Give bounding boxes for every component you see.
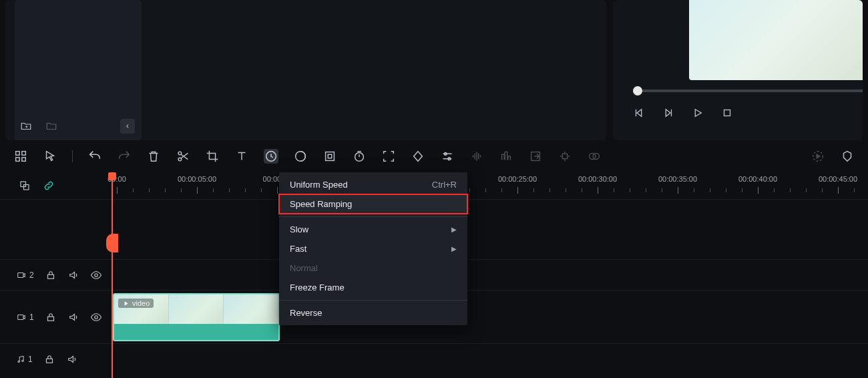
lock-icon[interactable] <box>43 353 55 365</box>
svg-rect-14 <box>562 154 567 158</box>
svg-rect-3 <box>16 158 20 162</box>
speed-button[interactable] <box>264 149 278 164</box>
tracking-button <box>558 149 572 164</box>
submenu-arrow-icon: ▶ <box>451 245 457 252</box>
svg-rect-28 <box>46 359 52 363</box>
play-button[interactable] <box>692 107 704 119</box>
transform-button <box>528 149 543 164</box>
timeline-toolbar <box>0 140 868 172</box>
track-icon-video: 2 <box>16 270 34 280</box>
track-number: 1 <box>29 313 34 322</box>
video-clip[interactable]: video <box>113 293 280 341</box>
svg-rect-0 <box>724 110 730 116</box>
render-button[interactable] <box>811 149 825 164</box>
svg-point-26 <box>18 361 19 362</box>
svg-rect-4 <box>22 158 26 162</box>
svg-rect-1 <box>16 152 20 156</box>
svg-rect-9 <box>326 152 335 161</box>
track-number: 1 <box>28 355 33 364</box>
menu-uniform-speed[interactable]: Uniform Speed Ctrl+R <box>279 175 467 194</box>
svg-rect-18 <box>21 182 26 187</box>
time-label: 00:00:45:00 <box>819 175 857 183</box>
mix-button <box>499 149 513 164</box>
lock-icon[interactable] <box>45 269 57 281</box>
menu-slow[interactable]: Slow ▶ <box>279 220 467 239</box>
lock-icon[interactable] <box>45 311 57 323</box>
track-audio1: 1 <box>0 343 868 374</box>
effects-button <box>587 149 602 164</box>
menu-shortcut: Ctrl+R <box>432 180 457 190</box>
folder-icon[interactable] <box>45 120 57 132</box>
time-label: 00:00:35:00 <box>658 175 697 183</box>
media-panel <box>5 0 606 140</box>
mute-icon[interactable] <box>66 353 78 365</box>
stop-button[interactable] <box>721 107 733 119</box>
svg-point-27 <box>22 360 23 361</box>
time-label: 00:00:25:00 <box>498 175 537 183</box>
delete-button[interactable] <box>146 149 161 164</box>
svg-point-5 <box>178 158 182 161</box>
collapse-panel-button[interactable] <box>120 119 135 134</box>
preview-progress-knob[interactable] <box>633 86 642 96</box>
mute-icon[interactable] <box>67 311 79 323</box>
svg-rect-2 <box>22 152 26 156</box>
svg-rect-19 <box>24 185 29 190</box>
menu-speed-ramping[interactable]: Speed Ramping <box>279 194 467 214</box>
menu-fast[interactable]: Fast ▶ <box>279 239 467 258</box>
submenu-arrow-icon: ▶ <box>451 226 457 233</box>
menu-reverse[interactable]: Reverse <box>279 303 467 323</box>
eye-icon[interactable] <box>90 311 102 323</box>
preview-progress[interactable] <box>633 89 863 92</box>
mute-icon[interactable] <box>67 269 79 281</box>
track-icon-audio: 1 <box>16 355 33 364</box>
duration-button[interactable] <box>352 149 367 164</box>
redo-button[interactable] <box>117 149 132 164</box>
next-frame-button[interactable] <box>662 107 674 119</box>
svg-rect-23 <box>18 315 23 319</box>
keyframe-button[interactable] <box>411 149 425 164</box>
color-button[interactable] <box>293 149 308 164</box>
adjust-button[interactable] <box>440 149 455 164</box>
svg-point-25 <box>94 315 97 319</box>
cursor-tool-button[interactable] <box>43 149 57 164</box>
svg-point-22 <box>94 273 97 276</box>
menu-normal: Normal <box>279 258 467 278</box>
svg-point-6 <box>178 152 182 155</box>
text-button[interactable] <box>234 149 249 164</box>
playhead[interactable] <box>112 172 113 378</box>
svg-rect-21 <box>47 274 53 278</box>
time-label: 00:00:30:00 <box>578 175 617 183</box>
eye-icon[interactable] <box>90 269 102 281</box>
preview-thumbnail <box>689 0 863 80</box>
menu-freeze-frame[interactable]: Freeze Frame <box>279 278 467 297</box>
paste-insert-icon[interactable] <box>19 180 31 192</box>
track-number: 2 <box>29 270 34 280</box>
time-label: 00:00:05:00 <box>178 175 216 183</box>
clip-label: video <box>118 299 154 308</box>
chroma-button[interactable] <box>322 149 337 164</box>
link-icon[interactable] <box>43 180 55 192</box>
svg-point-16 <box>593 153 599 159</box>
crop-button[interactable] <box>205 149 220 164</box>
svg-rect-24 <box>47 317 53 321</box>
preview-panel <box>613 0 863 140</box>
audio-button <box>469 149 484 164</box>
cut-button[interactable] <box>176 149 190 164</box>
time-label: 00:00:40:00 <box>738 175 777 183</box>
svg-rect-20 <box>18 272 23 277</box>
track-icon-video: 1 <box>16 313 34 322</box>
grid-view-button[interactable] <box>13 149 28 164</box>
marker-button[interactable] <box>840 149 855 164</box>
playhead-handle[interactable] <box>106 234 118 252</box>
focus-button[interactable] <box>381 149 396 164</box>
prev-frame-button[interactable] <box>633 107 645 119</box>
add-folder-icon[interactable] <box>20 120 32 132</box>
undo-button[interactable] <box>87 149 102 164</box>
speed-context-menu: Uniform Speed Ctrl+R Speed Ramping Slow … <box>279 172 467 325</box>
